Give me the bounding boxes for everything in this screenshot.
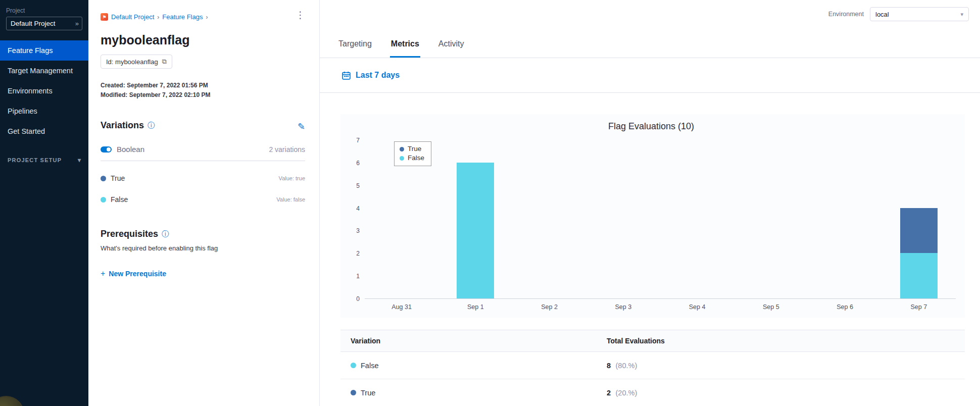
edit-pencil-icon[interactable]: ✎: [298, 121, 305, 132]
variation-value: Value: true: [279, 175, 305, 181]
sidebar-item-get-started[interactable]: Get Started: [0, 121, 88, 141]
bar-segment-true: [900, 208, 938, 253]
environment-select[interactable]: local ▾: [870, 7, 969, 21]
calendar-icon: [342, 71, 351, 80]
created-timestamp: Created: September 7, 2022 01:56 PM: [101, 81, 305, 90]
y-tick-label: 1: [356, 273, 360, 280]
x-tick-label: Aug 31: [365, 299, 438, 318]
flag-id-chip: Id: mybooleanflag ⧉: [101, 55, 172, 69]
sidebar-item-pipelines[interactable]: Pipelines: [0, 101, 88, 121]
expand-double-chevron-icon[interactable]: »: [75, 20, 78, 27]
chart-x-labels: Aug 31Sep 1Sep 2Sep 3Sep 4Sep 5Sep 6Sep …: [365, 299, 956, 318]
variation-count: 2 variations: [269, 145, 305, 154]
chart-bar-slot: [882, 140, 956, 298]
sidebar-item-feature-flags[interactable]: Feature Flags: [0, 40, 88, 61]
date-range-row: Last 7 days: [320, 58, 980, 93]
variation-type-label: Boolean: [117, 145, 144, 154]
legend-item-true: True: [400, 144, 424, 154]
y-tick-label: 4: [356, 205, 360, 212]
variation-color-dot: [101, 176, 106, 181]
feature-flag-icon: ⚑: [101, 13, 108, 21]
environment-select-value: local: [875, 11, 889, 18]
legend-color-dot: [400, 147, 404, 151]
bar-segment-false: [457, 163, 494, 298]
breadcrumb-link-feature-flags[interactable]: Feature Flags: [162, 13, 203, 21]
chart-bar-slot: [808, 140, 882, 298]
project-selector[interactable]: Default Project »: [6, 17, 82, 30]
breadcrumb-link-project[interactable]: Default Project: [111, 13, 154, 21]
table-cell-percent: (80.%): [616, 362, 638, 370]
breadcrumb: ⚑ Default Project › Feature Flags ›: [101, 13, 305, 21]
sidebar: Project Default Project » Feature Flags …: [0, 0, 88, 406]
x-tick-label: Sep 5: [734, 299, 808, 318]
chart-bar-slot: [734, 140, 808, 298]
sidebar-item-target-management[interactable]: Target Management: [0, 61, 88, 81]
variation-name: False: [111, 195, 128, 204]
chart-bar-slot: [438, 140, 512, 298]
project-setup-toggle[interactable]: PROJECT SETUP ▾: [8, 157, 81, 164]
kebab-menu-icon[interactable]: ⋮: [296, 10, 305, 20]
variation-value: Value: false: [276, 196, 305, 202]
date-range-button[interactable]: Last 7 days: [356, 71, 400, 80]
y-tick-label: 5: [356, 182, 360, 189]
y-tick-label: 7: [356, 137, 360, 144]
copy-icon[interactable]: ⧉: [162, 58, 167, 66]
table-cell-count: 2: [607, 389, 611, 397]
bar-segment-false: [900, 253, 938, 298]
variation-name: True: [111, 174, 125, 182]
tab-targeting[interactable]: Targeting: [337, 31, 373, 58]
variation-color-dot: [101, 197, 106, 202]
x-tick-label: Sep 1: [438, 299, 512, 318]
boolean-toggle-icon: [101, 146, 112, 153]
page-title: mybooleanflag: [101, 33, 305, 47]
help-bubble[interactable]: [0, 396, 24, 406]
tab-metrics[interactable]: Metrics: [390, 31, 420, 58]
table-row: False 8 (80.%): [340, 352, 965, 379]
legend-color-dot: [400, 156, 404, 161]
chart-plot: TrueFalse: [365, 140, 956, 299]
table-cell-count: 8: [607, 362, 611, 370]
main-header: Environment local ▾: [320, 0, 980, 31]
legend-label: True: [408, 144, 421, 154]
y-tick-label: 3: [356, 227, 360, 234]
prerequisites-section: Prerequisites ⓘ What's required before e…: [101, 229, 305, 278]
y-tick-label: 0: [356, 295, 360, 302]
table-cell-variation: False: [361, 362, 378, 370]
chart-legend: TrueFalse: [394, 141, 431, 166]
x-tick-label: Sep 4: [660, 299, 734, 318]
new-prerequisite-button[interactable]: + New Prerequisite: [101, 269, 305, 278]
tab-bar: Targeting Metrics Activity: [320, 31, 980, 58]
chart-bar-slot: [660, 140, 734, 298]
project-setup-label: PROJECT SETUP: [8, 157, 62, 163]
plus-icon: +: [101, 269, 105, 278]
new-prerequisite-label: New Prerequisite: [109, 270, 166, 278]
variation-row-true: True Value: true: [101, 174, 305, 182]
table-header-row: Variation Total Evaluations: [340, 330, 965, 352]
variation-type-row: Boolean 2 variations: [101, 145, 305, 161]
chevron-down-icon: ▾: [78, 157, 81, 164]
variation-color-dot: [351, 390, 356, 395]
variation-color-dot: [351, 363, 356, 368]
prerequisites-description: What's required before enabling this fla…: [101, 244, 305, 252]
main-content: Environment local ▾ Targeting Metrics Ac…: [320, 0, 980, 406]
evaluations-table: Variation Total Evaluations False 8 (80.…: [340, 330, 965, 406]
sidebar-item-environments[interactable]: Environments: [0, 81, 88, 101]
modified-timestamp: Modified: September 7, 2022 02:10 PM: [101, 90, 305, 100]
info-icon[interactable]: ⓘ: [162, 230, 169, 239]
sidebar-item-label: Pipelines: [8, 107, 37, 115]
legend-label: False: [408, 154, 424, 163]
flag-meta: Created: September 7, 2022 01:56 PM Modi…: [101, 81, 305, 100]
chart-bar-slot: [586, 140, 660, 298]
tab-activity[interactable]: Activity: [437, 31, 465, 58]
environment-label: Environment: [828, 11, 864, 18]
breadcrumb-separator: ›: [206, 14, 208, 21]
variations-heading: Variations: [101, 120, 144, 131]
y-tick-label: 2: [356, 250, 360, 257]
variations-section: Variations ⓘ ✎ Boolean 2 variations True…: [101, 120, 305, 204]
sidebar-item-label: Target Management: [8, 67, 73, 75]
info-icon[interactable]: ⓘ: [148, 121, 155, 130]
x-tick-label: Sep 7: [882, 299, 956, 318]
x-tick-label: Sep 6: [808, 299, 882, 318]
table-cell-variation: True: [361, 389, 375, 397]
chart-title: Flag Evaluations (10): [347, 121, 956, 132]
